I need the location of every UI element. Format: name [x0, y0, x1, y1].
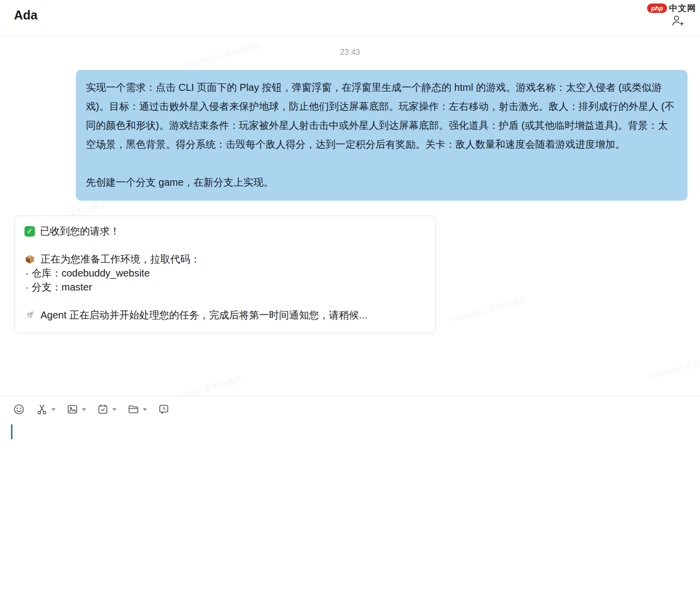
scissors-icon — [36, 403, 48, 415]
folder-button[interactable] — [127, 403, 147, 415]
screenshot-dropdown-caret[interactable] — [51, 408, 55, 411]
message-composer — [0, 396, 700, 603]
chat-message-area: 23:43 实现一个需求：点击 CLI 页面下的 Play 按钮，弹窗浮窗，在浮… — [0, 48, 700, 333]
php-logo-text: 中文网 — [669, 2, 696, 14]
package-icon — [24, 254, 35, 265]
chat-history-button[interactable] — [158, 403, 170, 415]
user-message-footer: 先创建一个分支 game，在新分支上实现。 — [86, 173, 678, 192]
person-add-icon — [671, 14, 685, 28]
reply-branch-line: · 分支：master — [24, 280, 425, 294]
user-message-body: 实现一个需求：点击 CLI 页面下的 Play 按钮，弹窗浮窗，在浮窗里生成一个… — [86, 78, 678, 154]
rocket-icon — [24, 309, 35, 320]
site-brand-logo: php 中文网 — [647, 2, 696, 14]
reply-agent-text: Agent 正在启动并开始处理您的任务，完成后将第一时间通知您，请稍候... — [40, 308, 367, 322]
emoji-button[interactable] — [13, 403, 25, 415]
folder-dropdown-caret[interactable] — [143, 408, 147, 411]
reply-preparing-text: 正在为您准备工作环境，拉取代码： — [40, 252, 200, 266]
screenshot-button[interactable] — [36, 403, 55, 415]
reply-repo-line: · 仓库：codebuddy_website — [24, 266, 425, 280]
todo-check-icon — [97, 403, 109, 415]
chat-history-icon — [158, 403, 170, 415]
chat-app-window: siwwong江晨杰@腾讯 siwwong江晨杰@腾讯 siwwong江晨杰@腾… — [0, 0, 700, 603]
php-logo-pill: php — [647, 3, 667, 13]
header-bar: Ada php 中文网 — [0, 0, 700, 36]
user-message-bubble: 实现一个需求：点击 CLI 页面下的 Play 按钮，弹窗浮窗，在浮窗里生成一个… — [76, 70, 688, 201]
todo-dropdown-caret[interactable] — [112, 408, 116, 411]
text-cursor — [11, 424, 12, 439]
page-title: Ada — [14, 8, 37, 22]
composer-toolbar — [0, 396, 700, 415]
watermark: siwwong江晨杰@腾讯 — [647, 352, 700, 382]
image-dropdown-caret[interactable] — [82, 408, 86, 411]
todo-button[interactable] — [97, 403, 116, 415]
add-person-button[interactable] — [670, 13, 685, 28]
message-input[interactable] — [0, 415, 700, 575]
bot-reply-card: ✓ 已收到您的请求！ 正在为您准备工作环境，拉取代码： · 仓库：codebud… — [14, 216, 436, 333]
reply-ack-line: ✓ 已收到您的请求！ — [24, 224, 425, 238]
folder-icon — [127, 403, 139, 415]
reply-ack-text: 已收到您的请求！ — [40, 224, 120, 238]
image-button[interactable] — [66, 403, 86, 415]
image-icon — [66, 403, 78, 415]
reply-agent-line: Agent 正在启动并开始处理您的任务，完成后将第一时间通知您，请稍候... — [24, 308, 425, 322]
emoji-smiley-icon — [13, 403, 25, 415]
check-mark-icon: ✓ — [24, 226, 35, 237]
reply-preparing-line: 正在为您准备工作环境，拉取代码： — [24, 252, 425, 266]
user-message-row: 实现一个需求：点击 CLI 页面下的 Play 按钮，弹窗浮窗，在浮窗里生成一个… — [0, 70, 700, 201]
message-timestamp: 23:43 — [0, 48, 700, 57]
